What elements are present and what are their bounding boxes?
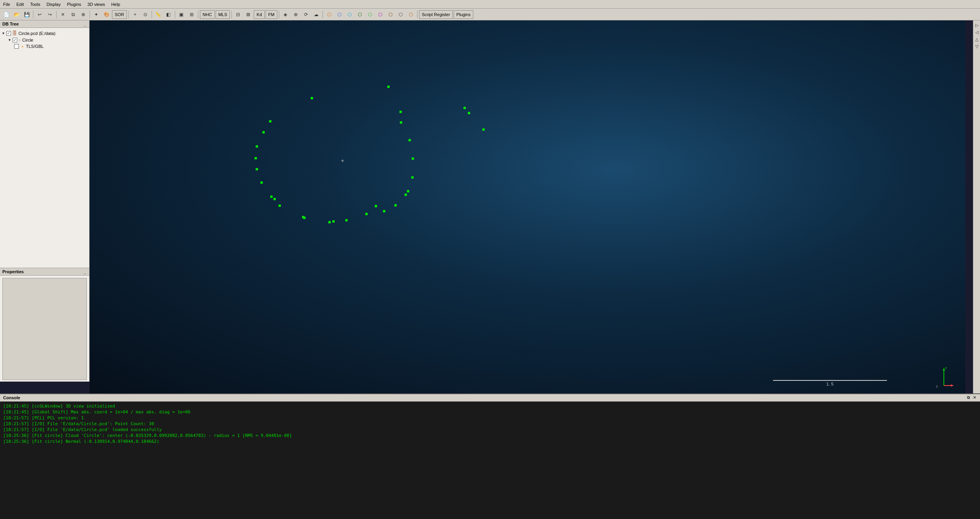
plugin1-btn[interactable]: ⬡ — [324, 10, 334, 19]
circle-checkbox[interactable] — [13, 38, 17, 42]
new-btn[interactable]: 📄 — [2, 10, 11, 19]
menu-file[interactable]: File — [0, 1, 13, 7]
sor-btn[interactable]: SOR — [112, 10, 127, 19]
point-1 — [387, 86, 390, 88]
console-content[interactable]: [18:21:45] [ccGLWindow] 3D view initiali… — [0, 402, 980, 515]
point-26 — [399, 111, 402, 113]
point-23 — [412, 157, 414, 160]
menu-3dviews[interactable]: 3D views — [84, 1, 108, 7]
console-line-6: [18:25:36] [Fit circle] Normal (-0.13091… — [3, 439, 977, 444]
plugin5-btn[interactable]: ⬡ — [365, 10, 375, 19]
cloud-btn[interactable]: ☁ — [311, 10, 321, 19]
main-toolbar: 📄 📂 💾 ↩ ↪ ✕ ⧉ ⊕ ✦ 🎨 SOR + ⊙ 📏 ◧ ▣ ⊞ NHC … — [0, 9, 980, 20]
plugin7-btn[interactable]: ⬡ — [386, 10, 395, 19]
point-12 — [303, 217, 306, 219]
normals-btn[interactable]: ⊠ — [244, 10, 253, 19]
root-label: Circle.pcd (E:/data) — [18, 31, 55, 36]
plugin2-btn[interactable]: ⬡ — [335, 10, 344, 19]
plugin6-btn[interactable]: ⬡ — [376, 10, 385, 19]
db-icon: 🗄 — [12, 30, 17, 36]
measure-btn[interactable]: 📏 — [154, 10, 163, 19]
point-27 — [463, 107, 466, 109]
point-9 — [273, 198, 276, 200]
tree-root[interactable]: ▼ 🗄 Circle.pcd (E:/data) — [2, 29, 88, 37]
plugin8-btn[interactable]: ⬡ — [396, 10, 405, 19]
circle-label: Circle — [22, 38, 33, 42]
console-close[interactable]: ✕ — [972, 395, 977, 400]
console-line-1: [18:21:45] [Global Shift] Max abs. coord… — [3, 409, 977, 415]
console-detach[interactable]: ⧉ — [966, 395, 971, 400]
save-btn[interactable]: 💾 — [22, 10, 31, 19]
menu-plugins[interactable]: Plugins — [64, 1, 84, 7]
plugin9-btn[interactable]: ⬡ — [406, 10, 416, 19]
script-register-btn[interactable]: Script Register — [419, 10, 453, 19]
grid-btn[interactable]: ⊟ — [233, 10, 243, 19]
console-line-5: [18:25:36] [Fit circle] Cloud 'Circle': … — [3, 433, 977, 439]
pick-btn[interactable]: ⊙ — [141, 10, 150, 19]
scale-line — [773, 380, 887, 381]
db-tree-header: DB Tree _ — [0, 20, 89, 28]
right-btn4[interactable]: ▽ — [974, 43, 980, 49]
menu-tools[interactable]: Tools — [27, 1, 44, 7]
plugin3-btn[interactable]: ⬡ — [345, 10, 354, 19]
db-tree-minimize[interactable]: _ — [83, 22, 87, 26]
menu-display[interactable]: Display — [43, 1, 64, 7]
root-arrow: ▼ — [2, 31, 5, 35]
properties-minimize[interactable]: _ — [83, 270, 87, 274]
delete-btn[interactable]: ✕ — [58, 10, 68, 19]
main-viewport[interactable]: + 1. 5 Y Z — [90, 20, 965, 393]
point-2 — [269, 120, 271, 122]
properties-panel: Properties _ — [0, 268, 90, 382]
classify-btn[interactable]: ◈ — [281, 10, 290, 19]
tree-tls[interactable]: 🔸 TLS/GBL — [2, 43, 88, 49]
sep6 — [175, 11, 175, 18]
menu-edit[interactable]: Edit — [13, 1, 27, 7]
properties-title: Properties — [2, 269, 24, 274]
fm-btn[interactable]: FM — [266, 10, 277, 19]
point-0 — [311, 97, 313, 99]
sep5 — [152, 11, 152, 18]
add-point-btn[interactable]: + — [130, 10, 140, 19]
point-24 — [408, 139, 411, 141]
right-btn1[interactable]: ▷ — [974, 22, 980, 28]
point-5 — [255, 157, 257, 159]
root-checkbox[interactable] — [6, 31, 11, 36]
sep2 — [56, 11, 57, 18]
view1-btn[interactable]: ▣ — [177, 10, 186, 19]
mls-btn[interactable]: MLS — [216, 10, 230, 19]
undo-btn[interactable]: ↩ — [35, 10, 44, 19]
sample-btn[interactable]: ✦ — [92, 10, 101, 19]
console-panel: Console ⧉ ✕ [18:21:45] [ccGLWindow] 3D v… — [0, 393, 980, 519]
sep8 — [231, 11, 232, 18]
nhc-btn[interactable]: NHC — [200, 10, 215, 19]
console-line-2: [18:21:57] [PCL] PCL version: 1 — [3, 415, 977, 421]
ransac-btn[interactable]: ⟳ — [301, 10, 311, 19]
redo-btn[interactable]: ↪ — [45, 10, 55, 19]
point-22 — [411, 176, 414, 179]
section-btn[interactable]: ◧ — [164, 10, 173, 19]
tls-checkbox[interactable] — [14, 44, 19, 49]
point-18 — [383, 210, 385, 212]
compute-btn[interactable]: ⊕ — [291, 10, 300, 19]
properties-content — [2, 278, 87, 380]
point-14 — [332, 220, 335, 223]
open-btn[interactable]: 📂 — [12, 10, 21, 19]
color-btn[interactable]: 🎨 — [102, 10, 111, 19]
circle-icon: ○ — [18, 38, 21, 42]
plugins-btn[interactable]: Plugins — [454, 10, 473, 19]
menu-help[interactable]: Help — [108, 1, 123, 7]
view2-btn[interactable]: ⊞ — [187, 10, 196, 19]
tree-circle[interactable]: ▼ ○ Circle — [2, 37, 88, 43]
kd-btn[interactable]: Kd — [254, 10, 264, 19]
console-line-3: [18:21:57] [I/O] File 'E/data/Circle.pcd… — [3, 421, 977, 427]
scale-label: 1. 5 — [826, 382, 833, 386]
right-btn3[interactable]: △ — [974, 36, 980, 42]
point-6 — [256, 168, 258, 170]
sep10 — [322, 11, 323, 18]
tls-label: TLS/GBL — [26, 44, 44, 49]
clone-btn[interactable]: ⧉ — [68, 10, 78, 19]
merge-btn[interactable]: ⊕ — [79, 10, 88, 19]
plugin4-btn[interactable]: ⬡ — [355, 10, 365, 19]
right-btn2[interactable]: ◁ — [974, 29, 980, 35]
svg-text:Y: Y — [945, 366, 947, 370]
